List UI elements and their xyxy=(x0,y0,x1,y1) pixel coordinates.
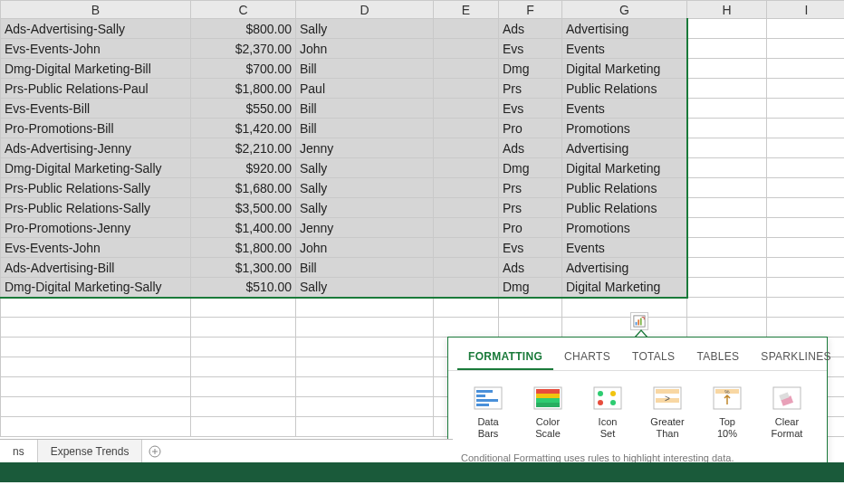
table-row[interactable]: Ads-Advertising-Bill$1,300.00BillAdsAdve… xyxy=(1,258,845,278)
cell[interactable] xyxy=(296,417,434,437)
cell[interactable]: Dmg-Digital Marketing-Bill xyxy=(1,59,191,79)
cell[interactable]: Events xyxy=(562,39,687,59)
table-row[interactable]: Ads-Advertising-Jenny$2,210.00JennyAdsAd… xyxy=(1,138,845,158)
cell[interactable]: Evs-Events-John xyxy=(1,39,191,59)
cell[interactable]: Bill xyxy=(296,59,434,79)
cell[interactable] xyxy=(687,258,767,278)
cell[interactable] xyxy=(767,119,845,138)
cell[interactable] xyxy=(687,138,767,158)
cell[interactable]: $800.00 xyxy=(191,19,296,39)
cell[interactable] xyxy=(434,218,499,238)
cell[interactable] xyxy=(434,19,499,39)
cell[interactable]: Prs-Public Relations-Sally xyxy=(1,198,191,218)
cell[interactable]: $1,800.00 xyxy=(191,79,296,99)
col-header[interactable]: C xyxy=(191,1,296,19)
cell[interactable]: Digital Marketing xyxy=(562,59,687,79)
col-header[interactable]: I xyxy=(767,1,845,19)
table-row[interactable]: Pro-Promotions-Bill$1,420.00BillProPromo… xyxy=(1,119,845,138)
cell[interactable] xyxy=(296,338,434,357)
col-header[interactable]: D xyxy=(296,1,434,19)
cell[interactable] xyxy=(767,218,845,238)
cell[interactable]: $550.00 xyxy=(191,99,296,119)
cell[interactable]: Ads xyxy=(499,138,562,158)
cell[interactable] xyxy=(687,218,767,238)
cell[interactable]: Ads-Advertising-Jenny xyxy=(1,138,191,158)
cell[interactable]: Sally xyxy=(296,198,434,218)
cell[interactable] xyxy=(767,178,845,198)
cell[interactable] xyxy=(434,298,499,318)
cell[interactable] xyxy=(296,318,434,338)
cell[interactable]: $2,210.00 xyxy=(191,138,296,158)
cell[interactable]: $3,500.00 xyxy=(191,198,296,218)
greater-than-button[interactable]: > GreaterThan xyxy=(640,385,695,440)
table-row[interactable]: Evs-Events-Bill$550.00BillEvsEvents xyxy=(1,99,845,119)
cell[interactable]: $1,420.00 xyxy=(191,119,296,138)
cell[interactable] xyxy=(767,298,845,318)
cell[interactable] xyxy=(499,318,562,338)
cell[interactable] xyxy=(687,158,767,178)
cell[interactable]: Ads-Advertising-Bill xyxy=(1,258,191,278)
tab-charts[interactable]: CHARTS xyxy=(553,345,621,370)
cell[interactable] xyxy=(296,377,434,397)
table-row[interactable]: Ads-Advertising-Sally$800.00SallyAdsAdve… xyxy=(1,19,845,39)
tab-sparklines[interactable]: SPARKLINES xyxy=(750,345,841,370)
col-header[interactable]: F xyxy=(499,1,562,19)
cell[interactable] xyxy=(687,178,767,198)
table-row[interactable]: Dmg-Digital Marketing-Sally$920.00SallyD… xyxy=(1,158,845,178)
table-row[interactable]: Prs-Public Relations-Sally$1,680.00Sally… xyxy=(1,178,845,198)
cell[interactable] xyxy=(1,397,191,417)
cell[interactable] xyxy=(434,318,499,338)
cell[interactable] xyxy=(767,258,845,278)
cell[interactable]: Sally xyxy=(296,178,434,198)
clear-format-button[interactable]: ClearFormat xyxy=(760,385,814,440)
cell[interactable]: Evs xyxy=(499,39,562,59)
cell[interactable] xyxy=(767,238,845,258)
add-sheet-button[interactable] xyxy=(142,440,168,462)
table-row[interactable]: Pro-Promotions-Jenny$1,400.00JennyProPro… xyxy=(1,218,845,238)
cell[interactable] xyxy=(687,19,767,39)
cell[interactable]: $2,370.00 xyxy=(191,39,296,59)
cell[interactable] xyxy=(191,357,296,377)
table-row[interactable] xyxy=(1,318,845,338)
cell[interactable] xyxy=(687,198,767,218)
cell[interactable] xyxy=(767,39,845,59)
cell[interactable] xyxy=(1,318,191,338)
cell[interactable] xyxy=(434,138,499,158)
cell[interactable] xyxy=(434,119,499,138)
table-row[interactable]: Dmg-Digital Marketing-Sally$510.00SallyD… xyxy=(1,278,845,298)
cell[interactable] xyxy=(767,19,845,39)
cell[interactable] xyxy=(434,99,499,119)
cell[interactable] xyxy=(296,357,434,377)
cell[interactable] xyxy=(687,318,767,338)
cell[interactable] xyxy=(434,59,499,79)
cell[interactable] xyxy=(687,99,767,119)
cell[interactable] xyxy=(499,298,562,318)
cell[interactable] xyxy=(687,79,767,99)
cell[interactable]: $1,800.00 xyxy=(191,238,296,258)
tab-totals[interactable]: TOTALS xyxy=(621,345,686,370)
cell[interactable] xyxy=(191,338,296,357)
cell[interactable] xyxy=(191,318,296,338)
cell[interactable] xyxy=(1,338,191,357)
cell[interactable]: Pro-Promotions-Bill xyxy=(1,119,191,138)
cell[interactable]: Public Relations xyxy=(562,178,687,198)
cell[interactable]: Pro xyxy=(499,119,562,138)
quick-analysis-button[interactable] xyxy=(630,312,648,330)
col-header[interactable]: H xyxy=(687,1,767,19)
cell[interactable] xyxy=(296,397,434,417)
cell[interactable]: John xyxy=(296,238,434,258)
cell[interactable]: Digital Marketing xyxy=(562,158,687,178)
cell[interactable] xyxy=(1,377,191,397)
cell[interactable] xyxy=(434,238,499,258)
table-row[interactable]: Dmg-Digital Marketing-Bill$700.00BillDmg… xyxy=(1,59,845,79)
cell[interactable]: Prs-Public Relations-Paul xyxy=(1,79,191,99)
cell[interactable]: Evs-Events-John xyxy=(1,238,191,258)
cell[interactable] xyxy=(767,59,845,79)
cell[interactable]: Promotions xyxy=(562,119,687,138)
cell[interactable] xyxy=(687,238,767,258)
cell[interactable] xyxy=(687,119,767,138)
cell[interactable]: Public Relations xyxy=(562,198,687,218)
data-bars-button[interactable]: DataBars xyxy=(461,385,515,440)
cell[interactable] xyxy=(687,298,767,318)
cell[interactable]: Public Relations xyxy=(562,79,687,99)
